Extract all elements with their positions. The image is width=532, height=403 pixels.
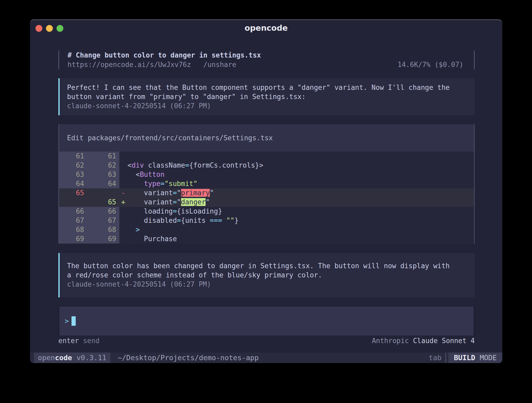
diff-line-numbers: 6666 — [59, 207, 119, 216]
diff-row-68: 6868 > — [59, 225, 474, 234]
message-line: Perfect! I can see that the Button compo… — [67, 83, 467, 92]
send-hint: enter send — [58, 336, 100, 345]
edit-header: Editpackages/frontend/src/containers/Set… — [59, 124, 474, 152]
titlebar: opencode — [30, 20, 502, 38]
diff-line-numbers: 6161 — [59, 152, 119, 161]
diff-code-line: loading={isLoading} — [127, 207, 222, 216]
status-bar: opencodev0.3.11 ~/Desktop/Projects/demo-… — [30, 353, 502, 363]
provider-label: Anthropic — [372, 337, 409, 345]
diff-sign — [119, 225, 127, 234]
app-name-suffix: code — [55, 354, 72, 362]
assistant-message-1: Perfect! I can see that the Button compo… — [58, 78, 475, 115]
diff-row-63: 6363 <Button — [59, 170, 474, 179]
diff-sign: - — [119, 188, 127, 198]
edit-action-label: Edit — [67, 134, 84, 142]
message-meta: claude-sonnet-4-20250514 (06:27 PM) — [67, 280, 467, 289]
diff-line-numbers: 6262 — [59, 161, 119, 170]
diff-row-62: 6262<div className={formCs.controls}> — [59, 161, 474, 170]
diff-code-line: <div className={formCs.controls}> — [127, 161, 263, 170]
diff-row-67: 6767 disabled={units === ""} — [59, 216, 474, 225]
diff-row-69: 6969 Purchase — [59, 234, 474, 244]
mode-build-label: BUILD — [454, 354, 475, 362]
diff-code-line: variant="primary" — [127, 188, 214, 198]
share-url[interactable]: https://opencode.ai/s/UwJxv76z — [68, 61, 191, 69]
diff-code-line: <Button — [127, 170, 165, 179]
mode-chip: BUILDMODE — [448, 353, 502, 363]
diff-line-numbers: 6868 — [59, 225, 119, 234]
edit-tool-block: Editpackages/frontend/src/containers/Set… — [58, 124, 475, 244]
diff-sign: + — [119, 198, 127, 207]
app-version-chip: opencodev0.3.11 — [34, 353, 110, 363]
diff-code-line: type="submit" — [127, 179, 197, 188]
diff-sign — [119, 179, 127, 188]
text-cursor — [71, 316, 76, 326]
diff-sign — [119, 152, 127, 161]
diff-row-66: 6666 loading={isLoading} — [59, 207, 474, 216]
tab-key-hint: tab — [429, 353, 442, 363]
diff-line-numbers: 6767 — [59, 216, 119, 225]
diff-code-line: > — [127, 225, 140, 234]
message-meta: claude-sonnet-4-20250514 (06:27 PM) — [67, 101, 467, 111]
diff-code-line: Purchase — [127, 234, 177, 244]
diff-line-numbers: 6363 — [59, 170, 119, 179]
assistant-message-2: The button color has been changed to dan… — [58, 253, 475, 297]
session-subline: https://opencode.ai/s/UwJxv76z /unshare … — [68, 60, 463, 69]
token-usage: 14.6K/7% ($0.07) — [398, 60, 463, 69]
diff-row-65: 65- variant="primary" — [59, 188, 474, 198]
message-line: a red/rose color scheme instead of the b… — [67, 271, 467, 280]
diff-row-64: 6464 type="submit" — [59, 179, 474, 188]
send-action-label: send — [83, 337, 100, 345]
diff-line-numbers: 65 — [59, 188, 119, 198]
terminal-content: # Change button color to danger in setti… — [58, 50, 475, 345]
diff-code-line: variant="danger" — [127, 198, 210, 207]
diff-row-61: 6161 — [59, 152, 474, 161]
enter-key-label: enter — [58, 337, 79, 345]
session-header: # Change button color to danger in setti… — [58, 50, 475, 69]
model-label: Claude Sonnet 4 — [413, 337, 475, 345]
app-version: v0.3.11 — [76, 354, 106, 362]
message-line: The button color has been changed to dan… — [67, 261, 467, 271]
message-line: button variant from "primary" to "danger… — [67, 92, 467, 101]
mode-mode-label: MODE — [480, 354, 497, 362]
working-directory: ~/Desktop/Projects/demo-notes-app — [118, 353, 259, 363]
prompt-input[interactable]: > — [58, 307, 475, 335]
diff-line-numbers: 65 — [59, 198, 119, 207]
diff-sign — [119, 234, 127, 244]
diff-sign — [119, 207, 127, 216]
app-window: opencode # Change button color to danger… — [30, 19, 502, 363]
window-title: opencode — [30, 20, 502, 38]
footer-hints: enter send Anthropic Claude Sonnet 4 — [58, 336, 475, 345]
diff-sign — [119, 170, 127, 179]
diff-line-numbers: 6464 — [59, 179, 119, 188]
model-info: Anthropic Claude Sonnet 4 — [372, 336, 475, 345]
app-name-prefix: open — [38, 354, 55, 362]
edit-file-path: packages/frontend/src/containers/Setting… — [88, 134, 273, 142]
diff-code-line: disabled={units === ""} — [127, 216, 239, 225]
diff-row-65: 65+ variant="danger" — [59, 198, 474, 207]
prompt-chevron: > — [65, 317, 69, 325]
mode-divider — [445, 353, 446, 363]
diff-rows: 61616262<div className={formCs.controls}… — [59, 152, 474, 244]
diff-line-numbers: 6969 — [59, 234, 119, 244]
unshare-command[interactable]: /unshare — [203, 61, 236, 69]
diff-sign — [119, 216, 127, 225]
session-title: # Change button color to danger in setti… — [68, 50, 463, 60]
diff-sign — [119, 161, 127, 170]
session-share: https://opencode.ai/s/UwJxv76z /unshare — [68, 60, 236, 69]
